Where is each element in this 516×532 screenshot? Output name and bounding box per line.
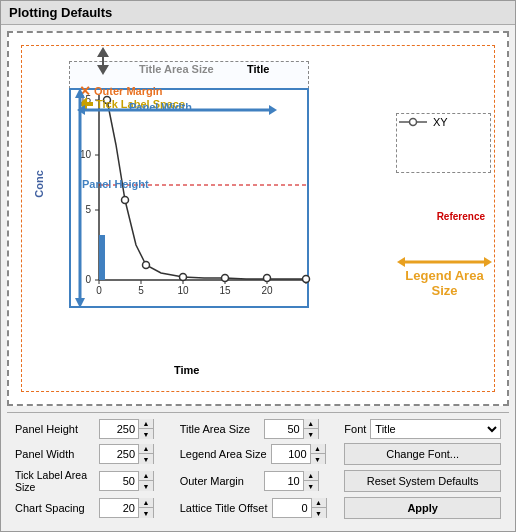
panel-height-field[interactable]	[100, 420, 138, 438]
panel-height-input[interactable]: ▲ ▼	[99, 419, 154, 439]
panel-height-up[interactable]: ▲	[139, 419, 153, 429]
up-arrow-icon	[97, 47, 109, 61]
panel-height-down[interactable]: ▼	[139, 429, 153, 439]
chart-spacing-control: Chart Spacing ▲ ▼	[15, 498, 172, 518]
tick-label-area-label: Tick Label AreaSize	[15, 469, 95, 493]
chart-spacing-spinners: ▲ ▼	[138, 498, 153, 518]
svg-text:10: 10	[177, 285, 189, 296]
tick-label-area-input[interactable]: ▲ ▼	[99, 471, 154, 491]
tick-label-area-control: Tick Label AreaSize ▲ ▼	[15, 469, 172, 493]
apply-button[interactable]: Apply	[344, 497, 501, 519]
panel-width-spinners: ▲ ▼	[138, 444, 153, 464]
apply-control: Apply	[344, 497, 501, 519]
chart-spacing-field[interactable]	[100, 499, 138, 517]
xy-label: XY	[433, 116, 448, 128]
panel-width-control: Panel Width ▲ ▼	[15, 444, 172, 464]
panel-height-spinners: ▲ ▼	[138, 419, 153, 439]
tick-label-area-spinners: ▲ ▼	[138, 471, 153, 491]
change-font-button[interactable]: Change Font...	[344, 443, 501, 465]
reference-label: Reference	[437, 211, 485, 222]
legend-xy: XY	[399, 116, 492, 128]
legend-area-size-label: Legend AreaSize	[405, 268, 483, 298]
panel-height-arrow-icon	[71, 88, 89, 308]
svg-marker-33	[97, 65, 109, 75]
xy-line-icon	[399, 116, 429, 128]
panel-width-up[interactable]: ▲	[139, 444, 153, 454]
legend-area-size-annotation: Legend AreaSize	[392, 268, 497, 298]
outer-margin-down[interactable]: ▼	[304, 481, 318, 491]
legend-area-size-down[interactable]: ▼	[311, 454, 325, 464]
title-area-size-spinners: ▲ ▼	[303, 419, 318, 439]
panel-width-input[interactable]: ▲ ▼	[99, 444, 154, 464]
panel-width-label: Panel Width	[129, 101, 192, 113]
tick-label-area-field[interactable]	[100, 472, 138, 490]
svg-marker-37	[269, 105, 277, 115]
title-area-size-input[interactable]: ▲ ▼	[264, 419, 319, 439]
change-font-control: Change Font...	[344, 443, 501, 465]
svg-marker-40	[75, 298, 85, 308]
tick-label-area-up[interactable]: ▲	[139, 471, 153, 481]
chart-area: Conc 15 10	[7, 31, 509, 406]
title-area-size-control: Title Area Size ▲ ▼	[180, 419, 337, 439]
lattice-title-field[interactable]	[273, 499, 311, 517]
main-content: Conc 15 10	[1, 25, 515, 531]
chart-spacing-up[interactable]: ▲	[139, 498, 153, 508]
title-area-arrow	[97, 47, 109, 75]
tick-label-area-row: Tick Label AreaSize ▲ ▼	[15, 469, 172, 493]
panel-width-row: Panel Width ▲ ▼	[15, 444, 172, 464]
panel-height-label: Panel Height	[15, 423, 95, 435]
reset-control: Reset System Defaults	[344, 470, 501, 492]
legend-area-size-spinners: ▲ ▼	[310, 444, 325, 464]
title-area-size-up[interactable]: ▲	[304, 419, 318, 429]
panel-width-label: Panel Width	[15, 448, 95, 460]
time-label: Time	[174, 364, 199, 376]
chart-spacing-down[interactable]: ▼	[139, 508, 153, 518]
legend-area-size-up[interactable]: ▲	[311, 444, 325, 454]
plotting-defaults-window: Plotting Defaults Conc	[0, 0, 516, 532]
font-select[interactable]: Title Axis Legend	[370, 419, 501, 439]
title-area-size-field[interactable]	[265, 420, 303, 438]
chart-spacing-input[interactable]: ▲ ▼	[99, 498, 154, 518]
panel-height-label: Panel Height	[82, 178, 149, 190]
panel-height-control: Panel Height ▲ ▼	[15, 419, 172, 439]
panel-width-field[interactable]	[100, 445, 138, 463]
title-label: Title	[247, 63, 269, 75]
svg-point-28	[264, 275, 271, 282]
font-control: Font Title Axis Legend	[344, 419, 501, 439]
svg-point-25	[143, 262, 150, 269]
lattice-title-input[interactable]: ▲ ▼	[272, 498, 327, 518]
legend-area-size-field[interactable]	[272, 445, 310, 463]
svg-marker-38	[75, 88, 85, 98]
panel-box: 15 10 5 0 0 5 10 15	[69, 88, 309, 308]
title-area-size-down[interactable]: ▼	[304, 429, 318, 439]
svg-rect-44	[405, 261, 484, 264]
outer-margin-control: Outer Margin ▲ ▼	[180, 471, 337, 491]
legend-area-size-control: Legend Area Size ▲ ▼	[180, 444, 337, 464]
lattice-title-label: Lattice Title Offset	[180, 502, 268, 514]
svg-text:15: 15	[219, 285, 231, 296]
lattice-title-spinners: ▲ ▼	[311, 498, 326, 518]
tick-label-area-down[interactable]: ▼	[139, 481, 153, 491]
lattice-title-down[interactable]: ▼	[312, 508, 326, 518]
outer-margin-input[interactable]: ▲ ▼	[264, 471, 319, 491]
lattice-title-control: Lattice Title Offset ▲ ▼	[180, 498, 337, 518]
title-area-size-label: Title Area Size	[180, 423, 260, 435]
svg-point-24	[122, 197, 129, 204]
svg-rect-39	[79, 98, 82, 298]
chart-svg: 15 10 5 0 0 5 10 15	[71, 90, 311, 310]
outer-margin-row: Outer Margin ▲ ▼	[180, 471, 337, 491]
lattice-title-up[interactable]: ▲	[312, 498, 326, 508]
outer-margin-up[interactable]: ▲	[304, 471, 318, 481]
window-title: Plotting Defaults	[1, 1, 515, 25]
svg-marker-45	[484, 257, 492, 267]
outer-margin-label: Outer Margin	[180, 475, 260, 487]
legend-area-size-input[interactable]: ▲ ▼	[271, 444, 326, 464]
outer-margin-label: Outer Margin	[94, 85, 162, 97]
outer-margin-field[interactable]	[265, 472, 303, 490]
svg-rect-22	[99, 235, 105, 280]
title-area-size-row: Title Area Size ▲ ▼	[180, 419, 337, 439]
reset-button[interactable]: Reset System Defaults	[344, 470, 501, 492]
svg-point-27	[222, 275, 229, 282]
panel-width-down[interactable]: ▼	[139, 454, 153, 464]
svg-point-26	[180, 274, 187, 281]
